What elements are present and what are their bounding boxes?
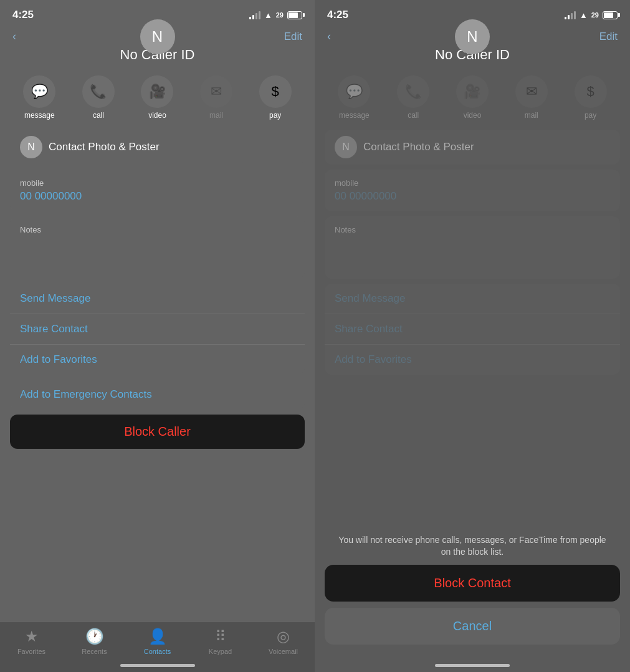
right-action-call: 📞 call — [397, 75, 429, 120]
left-block-caller-button[interactable]: Block Caller — [10, 415, 305, 449]
left-links-card: Send Message Share Contact Add to Favori… — [10, 284, 305, 375]
right-call-icon: 📞 — [397, 75, 429, 108]
left-mobile-label: mobile — [20, 178, 295, 188]
right-video-icon: 🎥 — [456, 75, 489, 108]
call-icon: 📞 — [82, 75, 115, 108]
contacts-icon: 👤 — [148, 628, 167, 645]
left-notes-label: Notes — [20, 225, 295, 234]
right-edit-button[interactable]: Edit — [599, 31, 618, 43]
right-action-mail: ✉ mail — [515, 75, 548, 120]
cancel-button[interactable]: Cancel — [325, 608, 620, 645]
left-back-button[interactable]: ‹ — [12, 30, 16, 43]
left-status-time: 4:25 — [12, 9, 34, 21]
left-contact-avatar: N — [140, 19, 175, 54]
right-notes-label: Notes — [335, 225, 610, 234]
right-battery-icon — [603, 11, 618, 19]
right-send-message-link: Send Message — [325, 284, 620, 314]
right-share-contact-link: Share Contact — [325, 314, 620, 345]
wifi-icon: ▲ — [264, 11, 272, 20]
tab-contacts[interactable]: 👤 Contacts — [126, 628, 189, 655]
right-pay-icon: $ — [575, 75, 607, 108]
left-home-indicator — [120, 664, 195, 667]
right-status-icons: ▲ 29 — [565, 11, 618, 20]
message-icon: 💬 — [23, 75, 55, 108]
left-photo-row[interactable]: N Contact Photo & Poster — [10, 130, 305, 165]
right-action-message: 💬 message — [338, 75, 370, 120]
right-mobile-label: mobile — [335, 178, 610, 188]
right-action-row: 💬 message 📞 call 🎥 video ✉ mail $ pay — [315, 68, 630, 125]
left-action-message[interactable]: 💬 message — [23, 75, 55, 120]
recents-icon: 🕐 — [85, 628, 104, 645]
pay-icon: $ — [259, 75, 292, 108]
left-mobile-number[interactable]: 00 00000000 — [20, 190, 295, 203]
right-message-icon: 💬 — [338, 75, 370, 108]
right-status-time: 4:25 — [327, 9, 348, 21]
left-mini-avatar: N — [20, 136, 42, 158]
right-links-card: Send Message Share Contact Add to Favori… — [325, 284, 620, 375]
tab-favorites[interactable]: ★ Favorites — [0, 628, 63, 655]
tab-voicemail[interactable]: ◎ Voicemail — [252, 628, 315, 655]
right-battery-text: 29 — [591, 11, 599, 19]
battery-icon — [287, 11, 302, 19]
right-home-indicator — [435, 664, 510, 667]
right-action-video: 🎥 video — [456, 75, 489, 120]
left-action-row: 💬 message 📞 call 🎥 video ✉ mail $ pay — [0, 68, 315, 125]
left-status-icons: ▲ 29 — [249, 11, 302, 20]
left-battery-text: 29 — [276, 11, 284, 19]
tab-contacts-label: Contacts — [144, 648, 171, 655]
left-action-video[interactable]: 🎥 video — [141, 75, 173, 120]
tab-favorites-label: Favorites — [17, 648, 45, 655]
left-add-favorites-link[interactable]: Add to Favorites — [10, 345, 305, 375]
right-photo-row: N Contact Photo & Poster — [325, 130, 620, 165]
right-mobile-card: mobile 00 00000000 — [325, 170, 620, 211]
signal-icon — [249, 11, 260, 19]
right-back-button[interactable]: ‹ — [327, 30, 331, 43]
right-signal-icon — [565, 11, 576, 19]
left-edit-button[interactable]: Edit — [284, 31, 302, 43]
left-mobile-card[interactable]: mobile 00 00000000 — [10, 170, 305, 211]
left-emergency-card[interactable]: Add to Emergency Contacts — [10, 380, 305, 410]
left-phone-screen: 4:25 ▲ 29 ‹ N Edit No Caller ID 💬 messag… — [0, 0, 315, 672]
right-phone-screen: 4:25 ▲ 29 ‹ N Edit No Caller ID 💬 messag… — [315, 0, 630, 672]
tab-recents[interactable]: 🕐 Recents — [63, 628, 126, 655]
right-contact-header: ‹ N Edit — [315, 30, 630, 43]
tab-keypad[interactable]: ⠿ Keypad — [189, 628, 252, 655]
right-mail-icon: ✉ — [515, 75, 548, 108]
right-action-sheet: You will not receive phone calls, messag… — [315, 534, 630, 672]
favorites-icon: ★ — [25, 628, 39, 645]
right-contact-avatar: N — [455, 19, 490, 54]
left-photo-text: Contact Photo & Poster — [49, 141, 160, 153]
keypad-icon: ⠿ — [215, 628, 226, 645]
left-contact-header: ‹ N Edit — [0, 30, 315, 43]
right-photo-text: Contact Photo & Poster — [363, 141, 474, 153]
left-action-mail: ✉ mail — [200, 75, 232, 120]
left-action-pay[interactable]: $ pay — [259, 75, 292, 120]
video-icon: 🎥 — [141, 75, 173, 108]
tab-recents-label: Recents — [82, 648, 107, 655]
mail-icon: ✉ — [200, 75, 232, 108]
left-notes-card[interactable]: Notes — [10, 216, 305, 279]
right-action-pay: $ pay — [575, 75, 607, 120]
right-add-favorites-link: Add to Favorites — [325, 345, 620, 375]
right-mini-avatar: N — [335, 136, 357, 158]
voicemail-icon: ◎ — [277, 628, 290, 645]
left-send-message-link[interactable]: Send Message — [10, 284, 305, 314]
right-notes-card: Notes — [325, 216, 620, 279]
tab-voicemail-label: Voicemail — [269, 648, 298, 655]
right-mobile-number: 00 00000000 — [335, 190, 610, 203]
action-sheet-info-text: You will not receive phone calls, messag… — [325, 534, 620, 559]
left-share-contact-link[interactable]: Share Contact — [10, 314, 305, 345]
block-contact-button[interactable]: Block Contact — [325, 565, 620, 602]
left-action-call[interactable]: 📞 call — [82, 75, 115, 120]
tab-keypad-label: Keypad — [209, 648, 232, 655]
right-wifi-icon: ▲ — [580, 11, 588, 20]
